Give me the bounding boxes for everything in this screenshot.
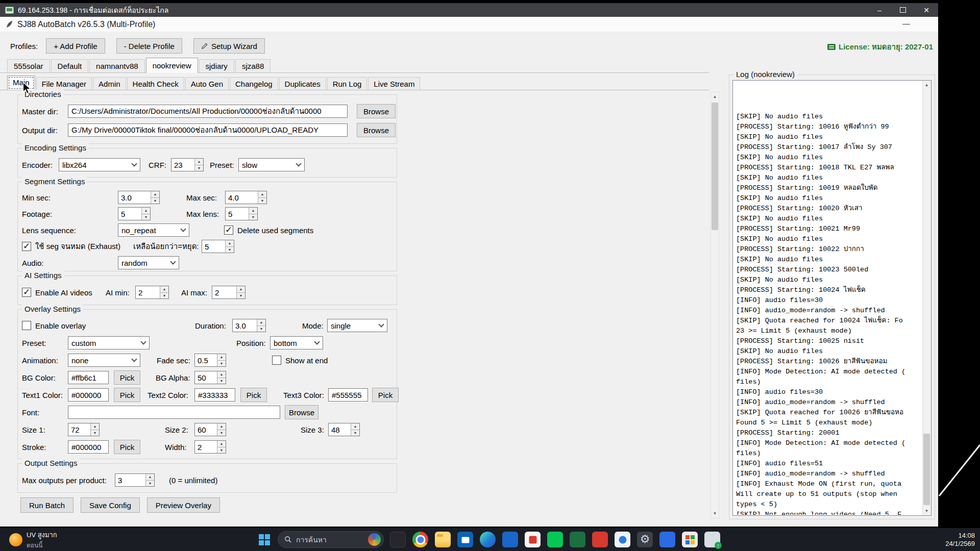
section-tab[interactable]: Health Check — [127, 77, 184, 90]
crf-spinner[interactable]: 23▲▼ — [171, 158, 204, 171]
spin-up-icon[interactable]: ▲ — [195, 159, 203, 165]
preset-select[interactable]: slow — [238, 158, 305, 171]
text1-pick-button[interactable]: Pick — [114, 388, 140, 402]
line-app-icon[interactable] — [547, 532, 563, 547]
spin-down-icon[interactable]: ▼ — [142, 214, 150, 220]
show-at-end-checkbox[interactable] — [272, 356, 281, 365]
lens-sequence-select[interactable]: no_repeat — [118, 223, 189, 237]
spin-down-icon[interactable]: ▼ — [226, 247, 234, 253]
spin-down-icon[interactable]: ▼ — [217, 378, 226, 384]
max-outputs-spinner[interactable]: 3▲▼ — [115, 473, 155, 487]
file-explorer-icon[interactable] — [435, 532, 451, 547]
section-tab[interactable]: Admin — [93, 77, 126, 90]
master-dir-input[interactable]: C:/Users/Administrator/Documents/All Pro… — [68, 105, 348, 118]
spin-up-icon[interactable]: ▲ — [146, 474, 154, 481]
scroll-down-icon[interactable]: ▼ — [711, 509, 719, 518]
audio-select[interactable]: random — [118, 256, 179, 269]
rdp-minimize-button[interactable]: – — [868, 3, 891, 17]
text2-color-input[interactable]: #333333 — [194, 388, 235, 402]
bg-color-pick-button[interactable]: Pick — [114, 370, 140, 385]
rdp-close-button[interactable]: ✕ — [915, 3, 938, 17]
updating-app-icon[interactable] — [704, 532, 720, 547]
spin-up-icon[interactable]: ▲ — [258, 191, 266, 198]
size2-spinner[interactable]: 60▲▼ — [194, 423, 226, 436]
text2-pick-button[interactable]: Pick — [240, 388, 267, 402]
profile-tab[interactable]: 555solar — [7, 59, 50, 73]
spin-up-icon[interactable]: ▲ — [160, 286, 168, 293]
log-scrollbar-thumb[interactable] — [923, 434, 930, 505]
rdp-maximize-button[interactable] — [891, 3, 915, 17]
save-config-button[interactable]: Save Config — [81, 497, 140, 513]
profile-tab[interactable]: sjdiary — [199, 59, 234, 73]
settings-gear-icon[interactable] — [637, 532, 653, 547]
overlay-preset-select[interactable]: custom — [68, 336, 150, 349]
ai-min-spinner[interactable]: 2▲▼ — [135, 286, 169, 299]
font-input[interactable] — [68, 406, 280, 419]
chrome-icon[interactable] — [412, 532, 428, 547]
max-lens-spinner[interactable]: 5▲▼ — [225, 207, 258, 220]
enable-overlay-checkbox[interactable] — [22, 321, 31, 330]
search-daily-image[interactable] — [368, 533, 381, 546]
blue-a-app-icon[interactable] — [659, 532, 675, 547]
spin-up-icon[interactable]: ▲ — [226, 240, 234, 247]
taskbar-clock[interactable]: 14:08 24/1/2569 — [945, 528, 975, 551]
spin-down-icon[interactable]: ▼ — [195, 165, 203, 171]
microsoft-store-icon[interactable] — [457, 532, 473, 547]
edge-icon[interactable] — [480, 532, 496, 547]
delete-used-segments-checkbox[interactable] — [224, 226, 233, 235]
max-sec-spinner[interactable]: 4.0▲▼ — [225, 191, 267, 204]
dark-app-icon[interactable] — [390, 532, 406, 547]
spin-down-icon[interactable]: ▼ — [151, 198, 159, 204]
scroll-down-icon[interactable]: ▼ — [923, 507, 930, 515]
font-browse-button[interactable]: Browse — [285, 405, 318, 419]
spin-down-icon[interactable]: ▼ — [257, 326, 265, 332]
spin-down-icon[interactable]: ▼ — [351, 430, 359, 436]
text1-color-input[interactable]: #000000 — [68, 388, 109, 402]
setup-wizard-button[interactable]: Setup Wizard — [193, 38, 265, 54]
duration-spinner[interactable]: 3.0▲▼ — [232, 319, 266, 332]
excel-icon[interactable] — [570, 532, 585, 547]
animation-select[interactable]: none — [68, 354, 140, 367]
blue-app-icon[interactable] — [502, 532, 518, 547]
scroll-up-icon[interactable]: ▲ — [711, 92, 719, 101]
profile-tab[interactable]: Default — [51, 59, 89, 73]
section-tab[interactable]: Live Stream — [368, 77, 420, 90]
spin-down-icon[interactable]: ▼ — [217, 447, 226, 454]
bg-alpha-spinner[interactable]: 50▲▼ — [194, 371, 226, 384]
spin-up-icon[interactable]: ▲ — [351, 423, 359, 430]
mode-select[interactable]: single — [327, 319, 387, 332]
position-select[interactable]: bottom — [270, 336, 323, 349]
size1-spinner[interactable]: 72▲▼ — [68, 423, 100, 436]
scroll-up-icon[interactable]: ▲ — [923, 81, 930, 89]
profile-tab[interactable]: sjza88 — [235, 59, 271, 73]
start-button[interactable] — [255, 531, 274, 549]
stroke-pick-button[interactable]: Pick — [114, 440, 140, 454]
spin-up-icon[interactable]: ▲ — [217, 371, 226, 378]
output-dir-input[interactable]: G:/My Drive/00000Tiktok final/00000ช่องก… — [68, 123, 348, 137]
spin-up-icon[interactable]: ▲ — [257, 319, 265, 326]
red-doc-app-icon[interactable] — [525, 532, 541, 547]
spin-up-icon[interactable]: ▲ — [217, 354, 226, 361]
spin-up-icon[interactable]: ▲ — [91, 423, 99, 430]
spin-up-icon[interactable]: ▲ — [151, 191, 159, 198]
form-vertical-scrollbar[interactable]: ▲ ▼ — [710, 92, 719, 518]
stroke-width-spinner[interactable]: 2▲▼ — [194, 440, 226, 454]
text3-pick-button[interactable]: Pick — [372, 388, 399, 402]
spin-down-icon[interactable]: ▼ — [249, 214, 257, 220]
log-scrollbar[interactable]: ▲ ▼ — [922, 81, 931, 515]
stroke-color-input[interactable]: #000000 — [68, 440, 109, 454]
spin-up-icon[interactable]: ▲ — [237, 286, 245, 293]
office-app-icon[interactable] — [682, 532, 698, 547]
log-textarea[interactable]: [SKIP] No audio files[PROCESS] Starting:… — [732, 80, 932, 516]
enable-ai-videos-checkbox[interactable] — [22, 288, 31, 297]
section-tab[interactable]: Auto Gen — [185, 77, 229, 90]
form-scrollbar-thumb[interactable] — [712, 103, 718, 230]
remain-stop-spinner[interactable]: 5▲▼ — [202, 240, 234, 253]
spin-up-icon[interactable]: ▲ — [217, 423, 226, 430]
spin-up-icon[interactable]: ▲ — [142, 208, 150, 214]
section-tab[interactable]: Changelog — [230, 77, 278, 90]
master-dir-browse-button[interactable]: Browse — [357, 104, 396, 118]
output-dir-browse-button[interactable]: Browse — [357, 123, 396, 137]
taskbar-search-box[interactable]: การค้นหา — [278, 531, 384, 548]
exhaust-checkbox[interactable] — [22, 242, 31, 251]
